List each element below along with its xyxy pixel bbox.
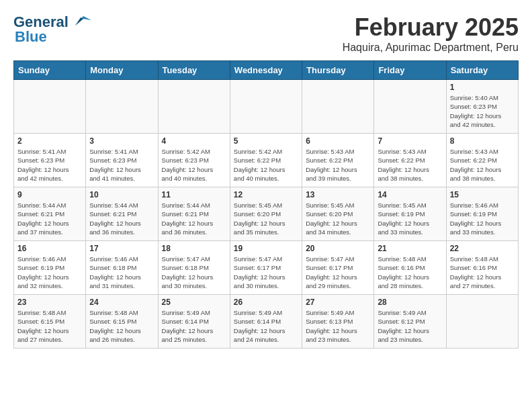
day-number: 4	[162, 136, 226, 146]
day-info: Sunrise: 5:47 AM Sunset: 6:17 PM Dayligh…	[234, 255, 298, 290]
day-info: Sunrise: 5:43 AM Sunset: 6:22 PM Dayligh…	[306, 147, 370, 183]
calendar-header-row: SundayMondayTuesdayWednesdayThursdayFrid…	[14, 61, 519, 80]
day-number: 12	[234, 190, 298, 199]
day-info: Sunrise: 5:47 AM Sunset: 6:18 PM Dayligh…	[162, 255, 226, 290]
day-info: Sunrise: 5:44 AM Sunset: 6:21 PM Dayligh…	[89, 201, 154, 236]
day-number: 24	[89, 298, 154, 307]
day-info: Sunrise: 5:44 AM Sunset: 6:21 PM Dayligh…	[17, 201, 82, 236]
day-info: Sunrise: 5:45 AM Sunset: 6:20 PM Dayligh…	[306, 201, 370, 236]
calendar-cell: 17Sunrise: 5:46 AM Sunset: 6:18 PM Dayli…	[86, 241, 158, 295]
day-number: 14	[378, 190, 442, 199]
day-info: Sunrise: 5:41 AM Sunset: 6:23 PM Dayligh…	[17, 147, 82, 183]
weekday-header-monday: Monday	[86, 61, 158, 80]
day-number: 27	[306, 298, 370, 307]
calendar-week-row: 23Sunrise: 5:48 AM Sunset: 6:15 PM Dayli…	[14, 295, 519, 349]
calendar-cell: 16Sunrise: 5:46 AM Sunset: 6:19 PM Dayli…	[14, 241, 86, 295]
calendar-cell	[158, 80, 230, 134]
day-info: Sunrise: 5:48 AM Sunset: 6:15 PM Dayligh…	[89, 308, 154, 344]
logo: General Blue	[13, 13, 91, 46]
page-header: General Blue February 2025 Haquira, Apur…	[13, 13, 519, 54]
day-number: 23	[17, 298, 82, 307]
calendar-cell	[230, 80, 302, 134]
calendar-cell: 2Sunrise: 5:41 AM Sunset: 6:23 PM Daylig…	[14, 134, 86, 187]
day-number: 6	[306, 136, 370, 146]
day-number: 8	[450, 136, 515, 146]
calendar-cell: 10Sunrise: 5:44 AM Sunset: 6:21 PM Dayli…	[86, 187, 158, 241]
day-info: Sunrise: 5:45 AM Sunset: 6:19 PM Dayligh…	[378, 201, 442, 236]
weekday-header-friday: Friday	[374, 61, 446, 80]
day-info: Sunrise: 5:47 AM Sunset: 6:17 PM Dayligh…	[306, 255, 370, 290]
calendar-cell	[374, 80, 446, 134]
logo-blue: Blue	[15, 28, 47, 46]
day-info: Sunrise: 5:48 AM Sunset: 6:15 PM Dayligh…	[17, 308, 82, 344]
calendar-cell: 27Sunrise: 5:49 AM Sunset: 6:13 PM Dayli…	[302, 295, 374, 349]
day-number: 18	[162, 244, 226, 253]
calendar-cell: 28Sunrise: 5:49 AM Sunset: 6:12 PM Dayli…	[374, 295, 446, 349]
day-number: 25	[162, 298, 226, 307]
day-number: 22	[450, 244, 515, 253]
weekday-header-wednesday: Wednesday	[230, 61, 302, 80]
calendar-week-row: 1Sunrise: 5:40 AM Sunset: 6:23 PM Daylig…	[14, 80, 519, 134]
calendar-week-row: 9Sunrise: 5:44 AM Sunset: 6:21 PM Daylig…	[14, 187, 519, 241]
location-subtitle: Haquira, Apurimac Department, Peru	[343, 42, 519, 54]
calendar-cell: 5Sunrise: 5:42 AM Sunset: 6:22 PM Daylig…	[230, 134, 302, 187]
day-number: 7	[378, 136, 442, 146]
calendar-cell: 25Sunrise: 5:49 AM Sunset: 6:14 PM Dayli…	[158, 295, 230, 349]
day-info: Sunrise: 5:41 AM Sunset: 6:23 PM Dayligh…	[89, 147, 154, 183]
weekday-header-saturday: Saturday	[446, 61, 518, 80]
day-info: Sunrise: 5:49 AM Sunset: 6:14 PM Dayligh…	[162, 308, 226, 344]
day-number: 10	[89, 190, 154, 199]
title-area: February 2025 Haquira, Apurimac Departme…	[343, 13, 519, 54]
calendar-cell	[86, 80, 158, 134]
day-number: 9	[17, 190, 82, 199]
day-number: 13	[306, 190, 370, 199]
day-info: Sunrise: 5:49 AM Sunset: 6:13 PM Dayligh…	[306, 308, 370, 344]
day-info: Sunrise: 5:43 AM Sunset: 6:22 PM Dayligh…	[378, 147, 442, 183]
day-info: Sunrise: 5:46 AM Sunset: 6:19 PM Dayligh…	[17, 255, 82, 290]
day-number: 21	[378, 244, 442, 253]
calendar-table: SundayMondayTuesdayWednesdayThursdayFrid…	[13, 60, 519, 349]
day-number: 28	[378, 298, 442, 307]
day-number: 5	[234, 136, 298, 146]
calendar-cell: 11Sunrise: 5:44 AM Sunset: 6:21 PM Dayli…	[158, 187, 230, 241]
day-info: Sunrise: 5:48 AM Sunset: 6:16 PM Dayligh…	[450, 255, 515, 290]
calendar-cell: 3Sunrise: 5:41 AM Sunset: 6:23 PM Daylig…	[86, 134, 158, 187]
calendar-cell: 7Sunrise: 5:43 AM Sunset: 6:22 PM Daylig…	[374, 134, 446, 187]
day-info: Sunrise: 5:44 AM Sunset: 6:21 PM Dayligh…	[162, 201, 226, 236]
day-number: 3	[89, 136, 154, 146]
day-number: 11	[162, 190, 226, 199]
calendar-cell: 24Sunrise: 5:48 AM Sunset: 6:15 PM Dayli…	[86, 295, 158, 349]
day-number: 17	[89, 244, 154, 253]
calendar-cell	[446, 295, 518, 349]
calendar-cell: 9Sunrise: 5:44 AM Sunset: 6:21 PM Daylig…	[14, 187, 86, 241]
day-info: Sunrise: 5:49 AM Sunset: 6:14 PM Dayligh…	[234, 308, 298, 344]
svg-marker-0	[75, 16, 91, 26]
calendar-cell	[14, 80, 86, 134]
day-info: Sunrise: 5:43 AM Sunset: 6:22 PM Dayligh…	[450, 147, 515, 183]
calendar-cell: 8Sunrise: 5:43 AM Sunset: 6:22 PM Daylig…	[446, 134, 518, 187]
day-info: Sunrise: 5:48 AM Sunset: 6:16 PM Dayligh…	[378, 255, 442, 290]
day-info: Sunrise: 5:49 AM Sunset: 6:12 PM Dayligh…	[378, 308, 442, 344]
calendar-cell: 18Sunrise: 5:47 AM Sunset: 6:18 PM Dayli…	[158, 241, 230, 295]
weekday-header-sunday: Sunday	[14, 61, 86, 80]
day-info: Sunrise: 5:42 AM Sunset: 6:23 PM Dayligh…	[162, 147, 226, 183]
calendar-cell: 13Sunrise: 5:45 AM Sunset: 6:20 PM Dayli…	[302, 187, 374, 241]
calendar-cell: 21Sunrise: 5:48 AM Sunset: 6:16 PM Dayli…	[374, 241, 446, 295]
day-number: 2	[17, 136, 82, 146]
calendar-cell: 23Sunrise: 5:48 AM Sunset: 6:15 PM Dayli…	[14, 295, 86, 349]
calendar-cell	[302, 80, 374, 134]
day-info: Sunrise: 5:45 AM Sunset: 6:20 PM Dayligh…	[234, 201, 298, 236]
calendar-week-row: 16Sunrise: 5:46 AM Sunset: 6:19 PM Dayli…	[14, 241, 519, 295]
logo-bird-icon	[70, 13, 91, 28]
weekday-header-thursday: Thursday	[302, 61, 374, 80]
calendar-cell: 15Sunrise: 5:46 AM Sunset: 6:19 PM Dayli…	[446, 187, 518, 241]
day-number: 20	[306, 244, 370, 253]
day-number: 1	[450, 83, 515, 92]
weekday-header-tuesday: Tuesday	[158, 61, 230, 80]
month-year-title: February 2025	[343, 13, 519, 42]
calendar-cell: 4Sunrise: 5:42 AM Sunset: 6:23 PM Daylig…	[158, 134, 230, 187]
calendar-cell: 1Sunrise: 5:40 AM Sunset: 6:23 PM Daylig…	[446, 80, 518, 134]
calendar-week-row: 2Sunrise: 5:41 AM Sunset: 6:23 PM Daylig…	[14, 134, 519, 187]
day-number: 15	[450, 190, 515, 199]
calendar-cell: 22Sunrise: 5:48 AM Sunset: 6:16 PM Dayli…	[446, 241, 518, 295]
